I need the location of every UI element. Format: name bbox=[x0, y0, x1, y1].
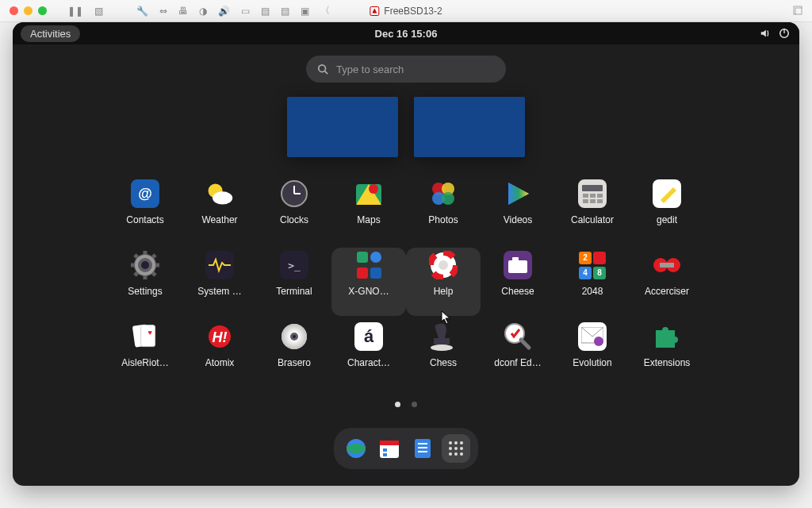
settings-icon[interactable]: 🔧 bbox=[136, 4, 148, 17]
app-system-monitor[interactable]: System … bbox=[182, 248, 257, 316]
app-label: Accerciser bbox=[645, 286, 689, 297]
dash-show-apps[interactable] bbox=[442, 434, 470, 463]
window-controls bbox=[10, 6, 47, 15]
app-extensions[interactable]: Extensions bbox=[630, 319, 704, 387]
page-dot-2[interactable] bbox=[412, 402, 417, 407]
app-2048[interactable]: 2 4 8 2048 bbox=[555, 248, 630, 316]
host-expand-icon[interactable] bbox=[793, 4, 802, 18]
app-label: Settings bbox=[128, 286, 162, 297]
workspace-2[interactable] bbox=[414, 97, 525, 157]
app-label: Contacts bbox=[126, 214, 163, 225]
app-maps[interactable]: Maps bbox=[331, 176, 406, 244]
app-gedit[interactable]: gedit bbox=[630, 176, 704, 244]
app-label: Chess bbox=[430, 357, 457, 368]
app-help[interactable]: Help bbox=[406, 248, 481, 316]
svg-marker-19 bbox=[508, 183, 529, 205]
dash-web[interactable] bbox=[342, 434, 370, 463]
gnome-topbar: Activities Dec 16 15:06 bbox=[13, 22, 799, 44]
app-videos[interactable]: Videos bbox=[481, 176, 555, 244]
workspace-1[interactable] bbox=[287, 97, 398, 157]
dash-todo[interactable] bbox=[408, 434, 437, 463]
svg-line-49 bbox=[521, 340, 529, 348]
aisleriot-icon: ♥ bbox=[131, 322, 159, 351]
videos-icon bbox=[504, 179, 532, 208]
svg-point-69 bbox=[454, 452, 458, 456]
svg-point-13 bbox=[369, 184, 378, 194]
app-characters[interactable]: á Charact… bbox=[331, 319, 406, 387]
settings-app-icon bbox=[131, 251, 159, 279]
svg-point-62 bbox=[449, 441, 452, 444]
page-indicator[interactable] bbox=[395, 402, 417, 407]
dconf-icon bbox=[504, 322, 532, 351]
app-calculator[interactable]: Calculator bbox=[555, 176, 630, 244]
minimize-icon[interactable] bbox=[24, 6, 33, 15]
disk-icon[interactable]: ▤ bbox=[261, 4, 270, 17]
printer-icon[interactable]: 🖶 bbox=[178, 4, 188, 17]
app-label: 2048 bbox=[582, 286, 603, 297]
app-accerciser[interactable]: Accerciser bbox=[630, 248, 704, 316]
app-cheese[interactable]: Cheese bbox=[481, 248, 555, 316]
app-label: Terminal bbox=[276, 286, 312, 297]
app-contacts[interactable]: @ Contacts bbox=[108, 176, 182, 244]
grid-icon bbox=[447, 440, 465, 457]
svg-point-7 bbox=[213, 191, 232, 204]
help-icon bbox=[429, 251, 458, 279]
search-input[interactable] bbox=[336, 64, 495, 75]
dash-calendar[interactable] bbox=[375, 434, 404, 463]
brasero-icon bbox=[280, 322, 308, 351]
app-chess[interactable]: Chess bbox=[406, 319, 481, 387]
app-terminal[interactable]: >_ Terminal bbox=[257, 248, 331, 316]
volume-icon[interactable] bbox=[760, 28, 771, 39]
page-dot-1[interactable] bbox=[395, 402, 400, 407]
clocks-icon bbox=[280, 179, 308, 208]
app-label: Help bbox=[434, 286, 454, 297]
close-icon[interactable] bbox=[10, 6, 18, 15]
app-label: Maps bbox=[357, 214, 380, 225]
power-icon[interactable] bbox=[779, 28, 790, 39]
app-label: Charact… bbox=[347, 357, 390, 368]
svg-rect-57 bbox=[383, 453, 387, 456]
pause-icon[interactable]: ❚❚ bbox=[67, 4, 83, 17]
snapshot-icon[interactable]: ▧ bbox=[94, 4, 103, 17]
svg-rect-33 bbox=[508, 260, 527, 273]
app-dconf[interactable]: dconf Ed… bbox=[481, 319, 555, 387]
app-aisleriot[interactable]: ♥ AisleRiot… bbox=[108, 319, 182, 387]
gedit-icon bbox=[653, 179, 681, 208]
app-clocks[interactable]: Clocks bbox=[257, 176, 331, 244]
app-xgnome-folder[interactable]: X-GNO… bbox=[331, 248, 406, 316]
app-label: Brasero bbox=[278, 357, 311, 368]
system-tray[interactable] bbox=[760, 28, 790, 39]
svg-rect-56 bbox=[383, 448, 387, 452]
svg-point-32 bbox=[439, 260, 448, 270]
zoom-icon[interactable] bbox=[38, 6, 47, 15]
user-icon[interactable]: ◑ bbox=[199, 4, 207, 17]
app-photos[interactable]: Photos bbox=[406, 176, 481, 244]
app-evolution[interactable]: Evolution bbox=[555, 319, 630, 387]
svg-point-47 bbox=[431, 344, 453, 351]
extensions-icon bbox=[653, 322, 681, 351]
app-atomix[interactable]: H! Atomix bbox=[182, 319, 257, 387]
app-weather[interactable]: Weather bbox=[182, 176, 257, 244]
back-icon[interactable]: 〈 bbox=[320, 4, 330, 17]
svg-text:H!: H! bbox=[213, 329, 228, 345]
activities-overview: @ Contacts Weather Clocks Maps Pho bbox=[13, 44, 799, 486]
guest-screen: Activities Dec 16 15:06 @ Contacts bbox=[13, 22, 799, 486]
search-bar[interactable] bbox=[306, 56, 506, 83]
svg-point-46 bbox=[293, 335, 296, 338]
resize-icon[interactable]: ⇔ bbox=[159, 4, 167, 17]
app-label: X-GNO… bbox=[348, 286, 389, 297]
activities-button[interactable]: Activities bbox=[21, 25, 80, 42]
clock-label[interactable]: Dec 16 15:06 bbox=[375, 28, 438, 40]
disk2-icon[interactable]: ▤ bbox=[281, 4, 289, 17]
svg-rect-3 bbox=[783, 29, 784, 33]
app-settings[interactable]: Settings bbox=[108, 248, 182, 316]
svg-point-64 bbox=[460, 441, 463, 444]
folder-icon[interactable]: ▣ bbox=[301, 4, 309, 17]
calendar-icon bbox=[378, 437, 400, 460]
app-brasero[interactable]: Brasero bbox=[257, 319, 331, 387]
dash bbox=[334, 428, 478, 469]
sound-icon[interactable]: 🔊 bbox=[218, 4, 230, 17]
camera-icon[interactable]: ▭ bbox=[241, 4, 250, 17]
game-2048-icon: 2 4 8 bbox=[578, 251, 607, 279]
app-label: AisleRiot… bbox=[121, 357, 168, 368]
